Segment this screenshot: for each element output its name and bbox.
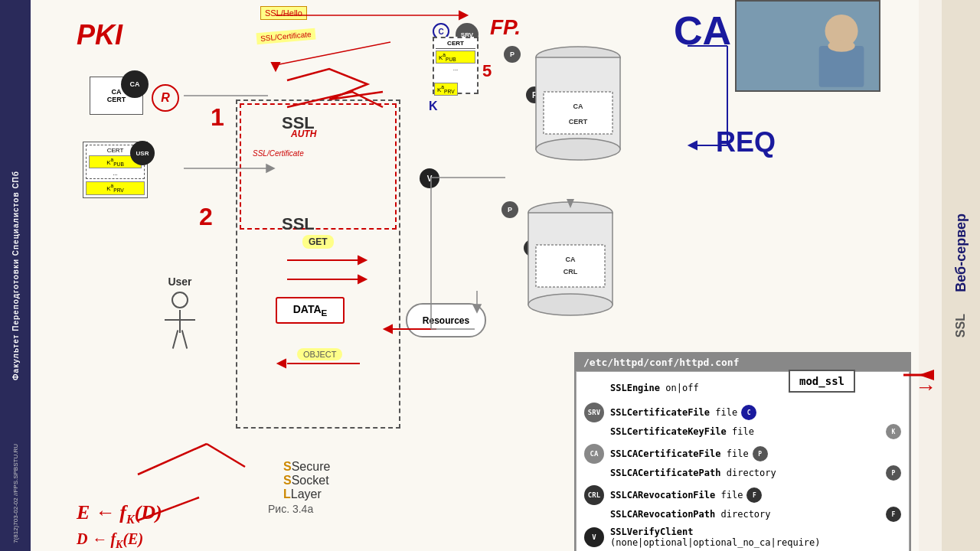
f-circle-top: F [526, 86, 543, 103]
svg-marker-1 [459, 11, 467, 19]
object-label: OBJECT [297, 348, 342, 360]
s-highlight: S [283, 460, 292, 473]
httpd-ca-path-row: SSLCACertificatePath directory P [610, 465, 901, 481]
ssl-cert-key-label: SSLCertificateKeyFile [610, 426, 727, 437]
data-label: DATAE [293, 303, 328, 318]
left-sidebar: Факультет Переподготовки Специалистов СП… [0, 0, 31, 551]
k-prv-srv: KaPRV [434, 83, 458, 96]
v-text: SSLVerifyClient (none|optional|optional_… [610, 527, 901, 548]
get-label: GET [302, 235, 334, 249]
ssl-ca-cert-path-label: SSLCACertificatePath [610, 468, 721, 478]
cert-srv-inner: CERT [436, 40, 475, 49]
red-arrow-right: → [915, 375, 936, 399]
v-badge: V [584, 527, 604, 547]
formula-d: D ← fK(E) [77, 530, 162, 551]
httpd-header: /etc/httpd/conf/httpd.conf [576, 354, 910, 371]
httpd-v-row: V SSLVerifyClient (none|optional|optiona… [584, 527, 901, 548]
dots: ... [89, 170, 142, 177]
svg-line-40 [138, 444, 207, 474]
user-leg-left [172, 330, 178, 349]
ssl-cert-file-val: file [715, 407, 737, 418]
usr-circle: USR [130, 141, 155, 165]
user-body [179, 310, 181, 333]
ssl-verify-label: SSLVerifyClient [610, 527, 693, 537]
httpd-ca-row: CA SSLCACertificateFile file P [584, 444, 901, 464]
ssl-ca-rev-file-label: SSLCARevocationFile [610, 490, 715, 500]
ssl-ca-cert-path-val: directory [727, 468, 776, 478]
ca-badge: CA [584, 444, 604, 464]
number-1: 1 [211, 103, 224, 132]
ssl-label-2: SSL [282, 214, 315, 234]
ocket-text: Socket [292, 474, 329, 487]
svg-marker-39 [689, 142, 697, 149]
ssl-ca-rev-file-val: file [721, 490, 743, 500]
svg-rect-45 [819, 46, 864, 87]
presenter-video [737, 2, 879, 90]
svg-rect-25 [544, 92, 612, 134]
p-badge-bottom: P [886, 465, 901, 481]
svg-line-41 [207, 444, 245, 467]
ssl-acronym: SSecure SSocket LLayer [283, 460, 330, 501]
ssl-auth-box [240, 103, 397, 230]
v-circle: V [420, 168, 439, 188]
srv-cert-text: SSLCertificateFile file [610, 407, 737, 418]
mod-ssl-box: mod_ssl [789, 370, 855, 393]
crl-text: SSLCARevocationFile file [610, 490, 743, 500]
fig-label: Рис. 3.4а [268, 503, 313, 515]
cert-label-inner: CERT [107, 96, 126, 103]
ayer-text: Layer [291, 487, 322, 500]
ssl-engine-label: SSLEngine [610, 383, 660, 393]
user-leg-right [181, 330, 188, 349]
httpd-crl-row: CRL SSLCARevocationFile file F [584, 485, 901, 505]
httpd-srv-key-row: SSLCertificateKeyFile file K [610, 424, 901, 439]
svg-point-30 [528, 294, 612, 315]
dots-srv: ... [436, 65, 475, 72]
resources-box: Resources [406, 303, 486, 337]
svg-rect-31 [536, 245, 605, 287]
engine-badge [584, 378, 604, 398]
ca-circle-topleft: CA [121, 70, 149, 98]
ssl-ca-cert-file-val: file [727, 448, 749, 459]
l-highlight: L [283, 487, 291, 500]
f-badge-bottom: F [886, 507, 901, 522]
r-label: R [161, 91, 170, 105]
svg-point-24 [536, 139, 620, 160]
c-badge: C [741, 405, 756, 420]
httpd-crl-path-row: SSLCARevocationPath directory F [610, 507, 901, 522]
ssl-hello-label: SSL/Hello [260, 6, 307, 20]
ssl-cert-label-1: SSL/Certificate [256, 28, 315, 45]
fp-label: FP. [490, 15, 521, 40]
k-prv-key: KaPRV [86, 181, 145, 194]
ssl-cert-file-label: SSLCertificateFile [610, 407, 710, 418]
svg-text:CA: CA [566, 256, 576, 263]
user-arms [165, 319, 195, 321]
number-5: 5 [482, 61, 492, 81]
ssl-ca-cert-file-label: SSLCACertificateFile [610, 448, 721, 459]
r-circle: R [152, 84, 179, 112]
f-badge-top: F [746, 487, 762, 503]
p-badge-top: P [753, 446, 768, 461]
svg-marker-35 [567, 199, 574, 208]
sidebar-faculty-text: Факультет Переподготовки Специалистов СП… [11, 171, 20, 380]
ca-path-text: SSLCACertificatePath directory [610, 468, 776, 478]
ssl-auth-label: AUTH [291, 129, 316, 139]
crl-badge: CRL [584, 485, 604, 505]
k-letter: K [429, 99, 438, 113]
ssl-socket-line: SSocket [283, 474, 330, 487]
right-sidebar: Веб-сервер SSL [942, 0, 980, 551]
sidebar-contact-text: 7(812)703-02-02 //FPS.SPBSTU.RU [12, 444, 19, 543]
svg-text:CRL: CRL [564, 268, 578, 276]
crl-circle: CRL [561, 227, 583, 249]
ssl-secure-line: SSecure [283, 460, 330, 474]
svg-text:CERT: CERT [569, 118, 588, 126]
svg-text:CA: CA [573, 103, 583, 110]
web-server-text: Веб-сервер [953, 214, 969, 292]
number-2: 2 [199, 203, 213, 231]
whiteboard: CA CERT CA CRL PKI CA CERT [31, 0, 919, 551]
data-box: DATAE [276, 297, 345, 324]
srv-key-text: SSLCertificateKeyFile file [610, 426, 754, 437]
ca-big-blue: CA [674, 8, 731, 54]
ssl-verify-val: (none|optional|optional_no_ca|require) [610, 537, 821, 548]
ca-cert-text: SSLCACertificateFile file [610, 448, 749, 459]
svg-point-46 [828, 40, 854, 52]
